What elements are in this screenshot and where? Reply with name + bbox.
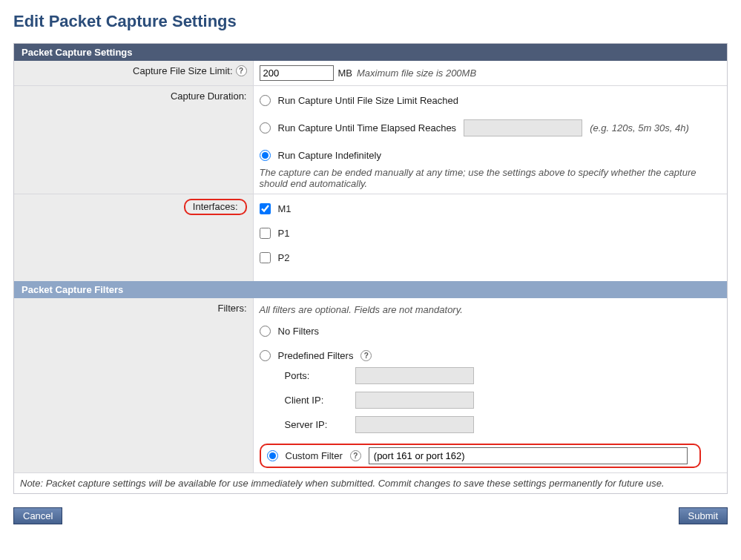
size-limit-label: Capture File Size Limit:	[133, 65, 232, 76]
duration-radio-indef[interactable]	[260, 150, 271, 161]
filter-opt-none: No Filters	[278, 326, 320, 337]
interface-p1-checkbox[interactable]	[260, 228, 271, 239]
size-limit-input[interactable]	[260, 65, 334, 81]
interface-p2-checkbox[interactable]	[260, 252, 271, 263]
help-icon[interactable]: ?	[236, 65, 247, 76]
duration-label: Capture Duration:	[171, 90, 247, 102]
filters-header: Packet Capture Filters	[14, 281, 727, 298]
filter-opt-predefined: Predefined Filters	[278, 350, 354, 361]
server-ip-input	[355, 416, 474, 433]
interface-m1-label: M1	[278, 203, 292, 214]
duration-opt-indef: Run Capture Indefinitely	[278, 150, 381, 161]
filters-label: Filters:	[218, 303, 247, 314]
duration-opt-time: Run Capture Until Time Elapsed Reaches	[278, 122, 457, 134]
filter-radio-none[interactable]	[260, 326, 271, 337]
footnote: Note: Packet capture settings will be av…	[14, 473, 727, 494]
help-icon[interactable]: ?	[350, 450, 361, 461]
page-title: Edit Packet Capture Settings	[13, 12, 728, 31]
server-ip-label: Server IP:	[285, 419, 340, 430]
duration-time-input	[464, 119, 582, 136]
interface-p2-label: P2	[278, 252, 290, 263]
interfaces-label: Interfaces:	[184, 199, 247, 215]
ports-input	[355, 367, 474, 384]
interface-m1-checkbox[interactable]	[260, 203, 271, 214]
help-icon[interactable]: ?	[360, 350, 372, 361]
duration-time-hint: (e.g. 120s, 5m 30s, 4h)	[590, 122, 689, 134]
duration-radio-time[interactable]	[260, 122, 271, 134]
duration-radio-size[interactable]	[260, 95, 271, 106]
custom-filter-input[interactable]	[369, 447, 688, 464]
duration-opt-size: Run Capture Until File Size Limit Reache…	[278, 95, 459, 106]
size-limit-hint: Maximum file size is 200MB	[357, 67, 476, 79]
client-ip-label: Client IP:	[285, 395, 340, 406]
settings-header: Packet Capture Settings	[14, 44, 727, 61]
submit-button[interactable]: Submit	[679, 507, 728, 524]
duration-note: The capture can be ended manually at any…	[260, 167, 722, 189]
filters-intro: All filters are optional. Fields are not…	[260, 304, 722, 315]
custom-filter-callout: Custom Filter ?	[260, 444, 701, 468]
settings-panel: Packet Capture Settings Capture File Siz…	[13, 43, 728, 494]
interface-p1-label: P1	[278, 228, 290, 239]
filter-radio-custom[interactable]	[267, 450, 278, 461]
client-ip-input	[355, 392, 474, 409]
filter-radio-predefined[interactable]	[260, 350, 271, 361]
ports-label: Ports:	[285, 370, 340, 381]
cancel-button[interactable]: Cancel	[13, 507, 62, 524]
size-limit-unit: MB	[338, 67, 353, 79]
filter-opt-custom: Custom Filter	[286, 450, 343, 461]
